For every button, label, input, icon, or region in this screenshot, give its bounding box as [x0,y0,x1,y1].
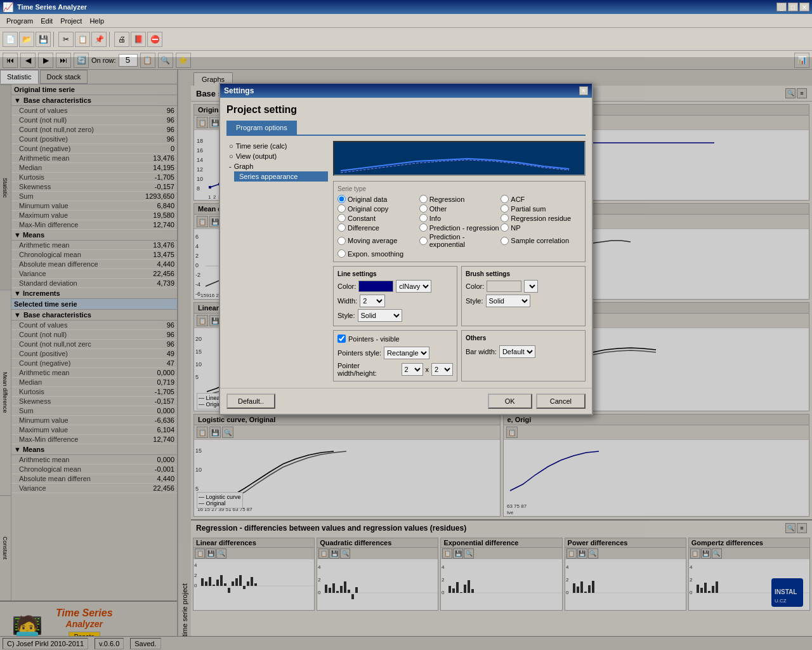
pointers-style-label: Pointers style: [337,349,381,357]
style-field: Style: Solid [337,309,453,322]
radio-sample-correlation[interactable]: Sample correlation [501,233,581,248]
radio-other[interactable]: Other [419,204,500,213]
radio-regression[interactable]: Regression [419,195,500,203]
radio-expon-smoothing[interactable]: Expon. smoothing [337,249,418,258]
brush-style-label: Style: [466,297,483,305]
radio-original-copy[interactable]: Original copy [337,204,418,213]
style-select[interactable]: Solid [358,309,402,322]
brush-color-field: Color: [466,280,581,293]
window-controls: _ □ ✕ [776,3,809,11]
color-swatch[interactable] [358,281,393,292]
brush-color-swatch[interactable] [487,281,521,292]
radio-constant[interactable]: Constant [337,214,418,222]
radio-regression-residue[interactable]: Regression residue [501,214,581,222]
brush-settings-title: Brush settings [466,270,581,277]
settings-dialog: Settings ✕ Project setting Program optio… [219,83,593,415]
bar-width-label: Bar width: [466,348,497,355]
radio-difference[interactable]: Difference [337,223,418,232]
cancel-button[interactable]: Cancel [536,394,586,409]
radio-original-data[interactable]: Original data [337,195,418,203]
radio-np[interactable]: NP [501,223,581,232]
tree-graph-label: Graph [234,162,254,170]
radio-info[interactable]: Info [419,214,500,222]
tree-view-label: View (output) [236,152,277,160]
new-button[interactable]: 📄 [3,32,18,47]
series-preview [333,141,586,176]
menu-help[interactable]: Help [86,16,108,26]
cut-button[interactable]: ✂ [58,32,74,47]
minimize-button[interactable]: _ [776,3,787,11]
line-brush-row: Line settings Color: clNavy Width: [333,266,586,326]
pointers-others-row: Pointers - visible Pointers style: Recta… [333,330,586,381]
pointer-x-label: x [426,366,429,373]
dialog-main-area: ○ Time serie (calc) ○ View (output) - Gr… [226,141,586,381]
tree-view-icon: ○ [229,152,233,160]
width-select[interactable]: 2 [360,295,385,307]
pointers-visible-checkbox-row: Pointers - visible [337,335,453,343]
menu-edit[interactable]: Edit [37,16,56,26]
save-button[interactable]: 💾 [36,32,51,47]
brush-color-select[interactable] [524,280,538,293]
ok-button[interactable]: OK [488,394,532,409]
brush-style-select[interactable]: Solid [486,295,530,307]
print-button[interactable]: 🖨 [114,32,129,47]
brush-settings-group: Brush settings Color: Style: [461,266,586,326]
line-settings-title: Line settings [337,270,453,277]
serie-type-grid: Original data Regression ACF Original co… [337,195,581,258]
stop-button[interactable]: ⛔ [147,32,162,47]
dialog-subtitle: Project setting [226,104,586,116]
tree-graph[interactable]: - Graph [226,161,328,171]
tree-graph-icon: - [229,162,232,170]
pointer-size-field: Pointer width/height: 2 x 2 [337,362,453,377]
dialog-window-controls: ✕ [579,86,588,95]
pointer-height-select[interactable]: 2 [431,363,453,376]
pointers-group: Pointers - visible Pointers style: Recta… [333,330,457,381]
dialog-title-text: Settings [224,86,254,95]
default-button[interactable]: Default.. [226,394,275,409]
line-settings-group: Line settings Color: clNavy Width: [333,266,457,326]
paste-button[interactable]: 📌 [91,32,107,47]
bar-width-select[interactable]: Default [499,345,535,358]
radio-partial-sum[interactable]: Partial sum [501,204,581,213]
dialog-buttons: Default.. OK Cancel [220,388,592,414]
dialog-tab-program-options[interactable]: Program options [226,121,297,135]
app-title: Time Series Analyzer [17,3,87,11]
close-button[interactable]: ✕ [799,3,809,11]
tree-time-serie[interactable]: ○ Time serie (calc) [226,141,328,151]
maximize-button[interactable]: □ [788,3,798,11]
menu-project[interactable]: Project [56,16,86,26]
dialog-tree-panel: ○ Time serie (calc) ○ View (output) - Gr… [226,141,328,381]
radio-acf[interactable]: ACF [501,195,581,203]
dialog-title-bar: Settings ✕ [220,84,592,98]
serie-type-section: Serie type Original data Regression ACF [333,181,586,262]
width-field: Width: 2 [337,295,453,307]
brush-color-label: Color: [466,282,484,290]
main-toolbar: 📄 📂 💾 ✂ 📋 📌 🖨 📕 ⛔ [0,28,812,51]
tree-expand-icon: ○ [229,142,233,150]
pointers-visible-label: Pointers - visible [348,335,400,343]
radio-pred-exponential[interactable]: Prediction - exponential [419,233,500,248]
open-button[interactable]: 📂 [19,32,34,47]
width-label: Width: [337,297,357,305]
menu-program[interactable]: Program [3,16,37,26]
pointers-style-select[interactable]: Rectangle [384,347,429,359]
pointers-style-field: Pointers style: Rectangle [337,347,453,359]
color-label: Color: [337,282,356,290]
copy-button[interactable]: 📋 [75,32,90,47]
pdf-button[interactable]: 📕 [131,32,146,47]
dialog-tabs: Program options [226,121,586,136]
radio-pred-regression[interactable]: Prediction - regression [419,223,500,232]
app-icon: 📈 [3,2,13,12]
menu-bar: Program Edit Project Help [0,14,812,28]
radio-moving-average[interactable]: Moving average [337,233,418,248]
color-select[interactable]: clNavy [396,280,431,293]
dialog-close-button[interactable]: ✕ [579,86,588,95]
tree-time-serie-label: Time serie (calc) [236,142,287,150]
tree-series-appearance[interactable]: Series appearance [234,171,328,182]
tree-view-output[interactable]: ○ View (output) [226,151,328,161]
pointers-visible-checkbox[interactable] [337,335,346,343]
style-label: Style: [337,312,355,319]
dialog-settings-panel: Serie type Original data Regression ACF [333,141,586,381]
other-label: Other [429,205,447,213]
pointer-width-select[interactable]: 2 [402,363,423,376]
